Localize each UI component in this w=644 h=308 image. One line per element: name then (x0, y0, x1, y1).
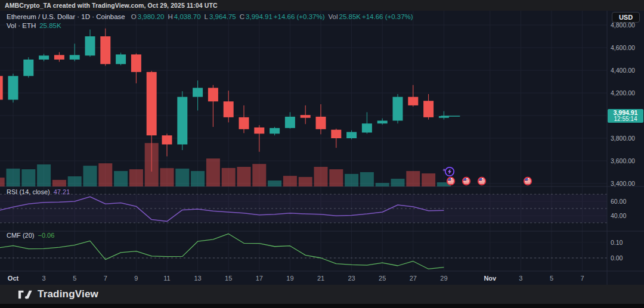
axis-label: 4,200.00 (611, 89, 635, 97)
time-label: 29 (440, 273, 447, 283)
volume-legend-value: 25.85K (39, 22, 61, 29)
tradingview-logo-icon[interactable] (18, 290, 32, 300)
time-label: 19 (286, 273, 293, 283)
time-label: 25 (379, 273, 386, 283)
time-label: Oct (8, 273, 18, 283)
time-axis[interactable]: Oct357911131517192123252729Nov357 (0, 273, 607, 284)
symbol-legend[interactable]: Ethereum / U.S. Dollar · 1D · CoinbaseO3… (7, 13, 413, 20)
symbol-title: Ethereum / U.S. Dollar · 1D · Coinbase (7, 13, 125, 20)
time-label: 13 (194, 273, 201, 283)
ohlc-high-label: H (168, 13, 173, 20)
time-label: 11 (163, 273, 170, 283)
time-label: 5 (73, 273, 76, 283)
ohlc-open-label: O (131, 13, 137, 20)
last-price-badge: 3,994.91 12:55:14 (608, 109, 643, 123)
tradingview-snapshot: AMBCrypto_TA created with TradingView.co… (0, 0, 644, 308)
cmf-legend[interactable]: CMF (20)−0.06 (7, 232, 54, 239)
ohlc-open-value: 3,980.20 (138, 13, 165, 20)
axis-label: 0.00 (611, 254, 623, 262)
footer-bar: TradingView (0, 285, 644, 304)
volume-legend-label: Vol · ETH (7, 22, 36, 29)
axis-label: 60.00 (611, 198, 626, 205)
axis-label: 40.00 (611, 212, 626, 219)
axis-label: 3,800.00 (611, 135, 635, 142)
time-label: 17 (256, 273, 263, 283)
axis-label: 3,400.00 (611, 180, 635, 187)
time-label: 21 (317, 273, 324, 283)
ohlc-low-label: L (205, 13, 208, 20)
ohlc-low-value: 3,964.75 (209, 13, 236, 20)
bar-countdown: 12:55:14 (608, 116, 643, 122)
ohlc-close-label: C (240, 13, 244, 20)
rsi-legend-label: RSI (14, close) (7, 188, 50, 195)
vol-change-value: +14.66 (+0.37%) (362, 13, 413, 20)
time-label: 5 (550, 273, 553, 283)
us-flag-event-icon (478, 178, 486, 185)
time-label: 3 (519, 273, 522, 283)
attribution-text: AMBCrypto_TA created with TradingView.co… (5, 2, 218, 9)
time-label: 15 (225, 273, 232, 283)
axis-label: 0.10 (611, 239, 623, 246)
time-label: 9 (134, 273, 138, 283)
axis-label: 4,600.00 (611, 44, 635, 51)
time-label: 3 (42, 273, 46, 283)
tradingview-brand-text[interactable]: TradingView (38, 288, 98, 300)
attribution-bar: AMBCrypto_TA created with TradingView.co… (0, 0, 644, 11)
us-flag-event-icon (447, 178, 455, 185)
rsi-legend[interactable]: RSI (14, close)47.21 (7, 188, 70, 195)
vol-label: Vol (329, 13, 338, 20)
axis-label: 3,600.00 (611, 157, 635, 164)
axis-label: 4,400.00 (611, 67, 635, 74)
time-label: 7 (104, 273, 107, 283)
cmf-legend-label: CMF (20) (7, 232, 34, 239)
cmf-legend-value: −0.06 (38, 232, 54, 239)
time-label: 23 (348, 273, 355, 283)
time-label: 7 (581, 273, 584, 283)
chart-canvas[interactable] (0, 0, 644, 308)
price-axis[interactable]: 4,800.004,600.004,400.004,200.003,800.00… (611, 0, 644, 285)
footer-strip (0, 304, 644, 308)
us-flag-event-icon (463, 178, 470, 185)
us-flag-event-icon (524, 178, 532, 185)
vol-value: 25.85K (339, 13, 361, 20)
lightning-event-icon (442, 167, 454, 176)
rsi-legend-value: 47.21 (54, 188, 70, 195)
volume-legend[interactable]: Vol · ETH25.85K (7, 22, 61, 29)
ohlc-high-value: 4,038.70 (174, 13, 201, 20)
time-label: 27 (410, 273, 417, 283)
currency-toggle-button[interactable]: USD (612, 12, 640, 23)
time-label: Nov (484, 273, 496, 283)
ohlc-close-value: 3,994.91 (246, 13, 273, 20)
change-value: +14.66 (+0.37%) (274, 13, 325, 20)
